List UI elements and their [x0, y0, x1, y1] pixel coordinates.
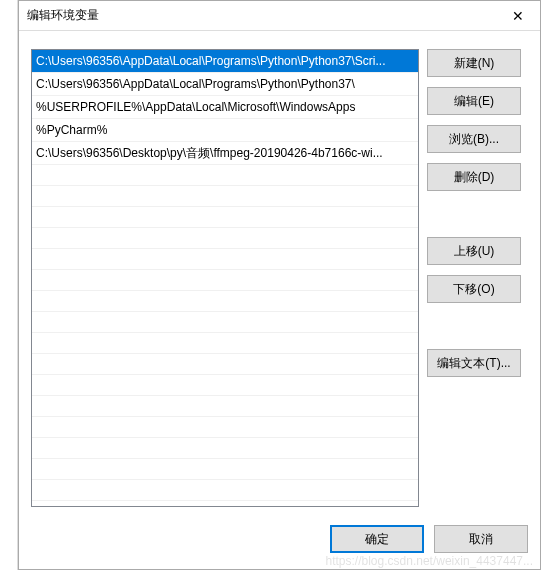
delete-button[interactable]: 删除(D): [427, 163, 521, 191]
list-empty-row: [32, 312, 418, 333]
list-item[interactable]: C:\Users\96356\AppData\Local\Programs\Py…: [32, 73, 418, 96]
dialog-title: 编辑环境变量: [27, 7, 99, 24]
close-icon: ✕: [512, 8, 524, 24]
dialog-footer: 确定 取消: [19, 511, 540, 569]
list-empty-row: [32, 249, 418, 270]
list-empty-row: [32, 459, 418, 480]
list-empty-row: [32, 375, 418, 396]
list-empty-row: [32, 333, 418, 354]
move-down-button[interactable]: 下移(O): [427, 275, 521, 303]
ok-button[interactable]: 确定: [330, 525, 424, 553]
list-empty-row: [32, 417, 418, 438]
edit-environment-variable-dialog: 编辑环境变量 ✕ C:\Users\96356\AppData\Local\Pr…: [18, 0, 541, 570]
path-listbox[interactable]: C:\Users\96356\AppData\Local\Programs\Py…: [31, 49, 419, 507]
list-item[interactable]: C:\Users\96356\Desktop\py\音频\ffmpeg-2019…: [32, 142, 418, 165]
close-button[interactable]: ✕: [495, 1, 540, 30]
list-empty-row: [32, 480, 418, 501]
list-empty-row: [32, 207, 418, 228]
titlebar: 编辑环境变量 ✕: [19, 1, 540, 31]
list-empty-row: [32, 186, 418, 207]
list-empty-row: [32, 396, 418, 417]
edit-text-button[interactable]: 编辑文本(T)...: [427, 349, 521, 377]
cancel-button[interactable]: 取消: [434, 525, 528, 553]
list-empty-row: [32, 228, 418, 249]
edit-button[interactable]: 编辑(E): [427, 87, 521, 115]
list-item[interactable]: %PyCharm%: [32, 119, 418, 142]
list-item[interactable]: %USERPROFILE%\AppData\Local\Microsoft\Wi…: [32, 96, 418, 119]
list-empty-row: [32, 354, 418, 375]
list-empty-row: [32, 291, 418, 312]
browse-button[interactable]: 浏览(B)...: [427, 125, 521, 153]
button-column: 新建(N) 编辑(E) 浏览(B)... 删除(D) 上移(U) 下移(O) 编…: [427, 49, 521, 511]
new-button[interactable]: 新建(N): [427, 49, 521, 77]
background-window-strip: [0, 0, 18, 570]
list-empty-row: [32, 438, 418, 459]
dialog-content: C:\Users\96356\AppData\Local\Programs\Py…: [19, 31, 540, 511]
move-up-button[interactable]: 上移(U): [427, 237, 521, 265]
list-item[interactable]: C:\Users\96356\AppData\Local\Programs\Py…: [32, 50, 418, 73]
list-empty-row: [32, 165, 418, 186]
list-empty-row: [32, 270, 418, 291]
